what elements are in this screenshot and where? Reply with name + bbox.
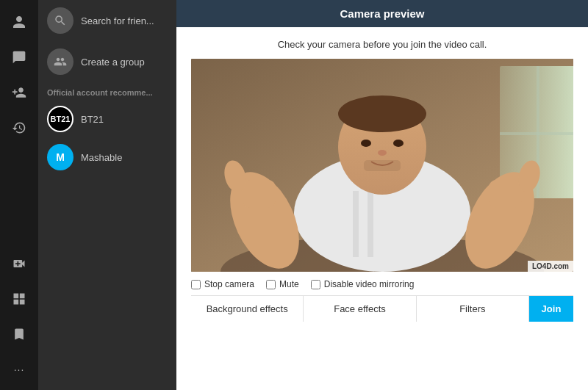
add-friend-icon[interactable] <box>4 78 34 107</box>
watermark-text: LO4D.com <box>532 262 569 270</box>
svg-point-12 <box>361 140 371 147</box>
search-friends-icon <box>47 7 74 34</box>
search-friends-item[interactable]: Search for frien... <box>38 0 176 41</box>
mute-checkbox[interactable] <box>266 280 276 289</box>
face-effects-button[interactable]: Face effects <box>304 296 416 322</box>
filters-button[interactable]: Filters <box>417 296 529 322</box>
mashable-label: Mashable <box>81 152 122 163</box>
friends-panel: Search for frien... Create a group Offic… <box>38 0 176 390</box>
svg-point-14 <box>378 150 387 156</box>
svg-rect-4 <box>500 132 573 135</box>
mashable-avatar: M <box>47 144 74 170</box>
mashable-item[interactable]: M Mashable <box>38 138 176 176</box>
mute-label[interactable]: Mute <box>266 279 299 289</box>
stop-camera-text: Stop camera <box>204 279 254 289</box>
mute-text: Mute <box>279 279 299 289</box>
create-group-icon <box>47 48 74 75</box>
create-group-label: Create a group <box>81 57 145 68</box>
svg-rect-15 <box>364 160 401 171</box>
profile-icon[interactable] <box>4 7 34 37</box>
layout-icon[interactable] <box>4 284 34 314</box>
buttons-row: Background effects Face effects Filters … <box>191 295 573 322</box>
chat-icon[interactable] <box>4 43 34 72</box>
official-section-label: Official account recomme... <box>38 82 176 100</box>
bt21-avatar: BT21 <box>47 106 74 132</box>
svg-rect-17 <box>243 180 276 208</box>
disable-mirror-text: Disable video mirroring <box>324 279 415 289</box>
stop-camera-checkbox[interactable] <box>191 280 201 289</box>
camera-person-feed: LO4D.com <box>191 59 573 272</box>
modal-body: Check your camera before you join the vi… <box>176 27 588 390</box>
history-icon[interactable] <box>4 113 34 142</box>
camera-preview-modal: Camera preview Check your camera before … <box>176 0 588 390</box>
disable-mirror-checkbox[interactable] <box>311 280 320 289</box>
video-add-icon[interactable] <box>4 249 34 278</box>
background-effects-button[interactable]: Background effects <box>191 296 304 322</box>
search-friends-label: Search for frien... <box>81 15 154 26</box>
bookmark-icon[interactable] <box>4 319 34 349</box>
stop-camera-label[interactable]: Stop camera <box>191 279 254 289</box>
disable-mirror-label[interactable]: Disable video mirroring <box>311 279 415 289</box>
camera-preview: LO4D.com <box>191 59 573 272</box>
modal-header: Camera preview <box>176 0 588 27</box>
bt21-item[interactable]: BT21 BT21 <box>38 100 176 138</box>
controls-row: Stop camera Mute Disable video mirroring <box>191 272 573 295</box>
svg-point-13 <box>393 140 404 147</box>
svg-rect-20 <box>489 180 522 208</box>
svg-rect-7 <box>353 191 359 257</box>
more-icon[interactable]: ··· <box>4 355 34 384</box>
create-group-item[interactable]: Create a group <box>38 41 176 82</box>
svg-point-11 <box>338 95 426 132</box>
bt21-label: BT21 <box>81 114 104 125</box>
join-button[interactable]: Join <box>529 296 573 322</box>
icon-sidebar: ··· <box>0 0 38 390</box>
svg-rect-8 <box>368 191 373 257</box>
watermark-badge: LO4D.com <box>528 261 573 272</box>
modal-title: Camera preview <box>340 7 424 20</box>
camera-instruction: Check your camera before you join the vi… <box>191 39 573 50</box>
